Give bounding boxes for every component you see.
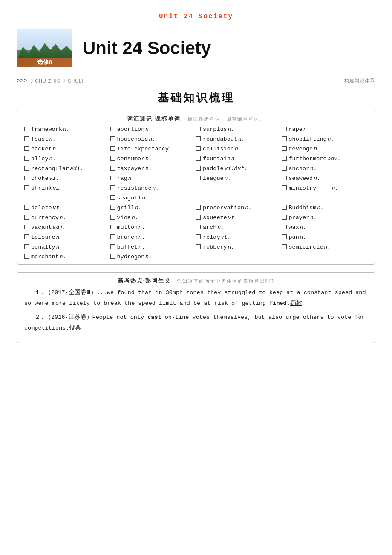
vocab-item: paddle vi.&vt. xyxy=(196,165,282,173)
vocab-check xyxy=(196,166,201,171)
vocab-check xyxy=(196,146,201,151)
vocab-check xyxy=(282,127,287,131)
vocab-check xyxy=(24,254,29,259)
hot-subtitle: 高考热点·熟词生义 你知道下面句子中黑体词的汉语意思吗? xyxy=(24,277,368,285)
thumbnail-image: 选修8 xyxy=(17,29,72,67)
vocab-check xyxy=(24,234,29,239)
hot-box: 高考热点·熟词生义 你知道下面句子中黑体词的汉语意思吗? 1．（2017·全国卷… xyxy=(17,272,375,343)
vocab-item: fountain n. xyxy=(196,155,282,163)
vocab-check xyxy=(282,166,287,171)
vocab-check xyxy=(196,244,201,249)
vocab-word: currency xyxy=(31,214,59,221)
vocab-word: consumer xyxy=(117,156,145,162)
vocab-word: mutton xyxy=(117,224,138,231)
vocab-check xyxy=(282,176,287,180)
vocab-item: ministry n. xyxy=(282,184,368,192)
vocab-check xyxy=(196,215,201,220)
vocab-item: revenge n. xyxy=(282,145,368,153)
vocab-word: squeeze xyxy=(203,214,227,221)
hot-item-source: （2017·全国卷Ⅲ） xyxy=(45,289,97,296)
vocab-check xyxy=(110,244,115,249)
vocab-word: revenge xyxy=(289,146,313,152)
vocab-grid: framework n. abortion n. surplus n. rape… xyxy=(24,125,368,261)
vocab-item: semicircle n. xyxy=(282,243,368,251)
vocab-word: taxpayer xyxy=(117,165,145,172)
vocab-item: grill n. xyxy=(110,204,196,212)
vocab-word: life expectancy xyxy=(117,146,169,152)
vocab-item: roundabout n. xyxy=(196,135,282,143)
vocab-word: shrink xyxy=(31,185,52,191)
vocab-word: resistance xyxy=(117,185,152,191)
vocab-item: household n. xyxy=(110,135,196,143)
vocab-item: shoplifting n. xyxy=(282,135,368,143)
vocab-word: roundabout xyxy=(203,136,237,142)
thumbnail-badge: 选修8 xyxy=(17,58,72,67)
vocab-item: resistance n. xyxy=(110,184,196,192)
vocab-item xyxy=(282,194,368,202)
vocab-subtitle-note: 标记熟悉单词，回查陌生单词。 xyxy=(187,116,265,121)
vocab-word: vacant xyxy=(31,224,52,231)
vocab-item: delete vt. xyxy=(24,204,110,212)
vocab-word: delete xyxy=(31,205,52,211)
vocab-check xyxy=(24,166,29,171)
vocab-word: anchor xyxy=(289,165,310,172)
hot-item-1: 1．（2017·全国卷Ⅲ）...we found that in 30mph z… xyxy=(24,288,368,309)
vocab-word: rag xyxy=(117,175,127,182)
vocab-check xyxy=(282,234,287,239)
vocab-word: robbery xyxy=(203,244,227,250)
section-arrows: >>> xyxy=(17,78,27,84)
vocab-item: consumer n. xyxy=(110,155,196,163)
vocab-check xyxy=(282,146,287,151)
vocab-item: arch n. xyxy=(196,223,282,231)
vocab-check xyxy=(282,225,287,229)
vocab-item: framework n. xyxy=(24,125,110,133)
vocab-item: vice n. xyxy=(110,214,196,222)
vocab-check xyxy=(24,156,29,161)
vocab-check xyxy=(110,156,115,161)
unit-title: Unit 24 Society xyxy=(83,38,211,58)
vocab-word: framework xyxy=(31,126,62,133)
page-title: Unit 24 Society xyxy=(17,13,375,20)
vocab-word: furthermore xyxy=(289,156,327,162)
hot-subtitle-note: 你知道下面句子中黑体词的汉语意思吗? xyxy=(177,278,274,283)
vocab-item: seagull n. xyxy=(110,194,196,202)
vocab-item: league n. xyxy=(196,174,282,182)
vocab-item: alley n. xyxy=(24,155,110,163)
vocab-word: seagull xyxy=(117,195,141,201)
vocab-item xyxy=(196,253,282,261)
vocab-item: seaweed n. xyxy=(282,174,368,182)
vocab-item: preservation n. xyxy=(196,204,282,212)
vocab-item: relay vt. xyxy=(196,233,282,241)
vocab-word: relay xyxy=(203,234,220,240)
hot-chinese-1: 罚款 xyxy=(290,299,302,306)
vocab-item: currency n. xyxy=(24,214,110,222)
vocab-check xyxy=(282,244,287,249)
vocab-check xyxy=(282,156,287,161)
vocab-check xyxy=(282,215,287,220)
vocab-item: brunch n. xyxy=(110,233,196,241)
vocab-item: merchant n. xyxy=(24,253,110,261)
vocab-check xyxy=(196,225,201,229)
vocab-item: choke vi. xyxy=(24,174,110,182)
vocab-check xyxy=(24,225,29,229)
vocab-check xyxy=(110,215,115,220)
vocab-check xyxy=(24,185,29,190)
vocab-word: choke xyxy=(31,175,49,182)
vocab-word: seaweed xyxy=(289,175,313,182)
vocab-item xyxy=(24,194,110,202)
vocab-word: collision xyxy=(203,146,234,152)
vocab-check xyxy=(110,176,115,180)
vocab-word: league xyxy=(203,175,224,182)
vocab-item: prayer n. xyxy=(282,214,368,222)
vocab-word: leisure xyxy=(31,234,55,240)
vocab-item: pan n. xyxy=(282,233,368,241)
vocab-item: squeeze vt. xyxy=(196,214,282,222)
vocab-item: vacant adj. xyxy=(24,223,110,231)
vocab-word: paddle xyxy=(203,165,224,172)
vocab-word: merchant xyxy=(31,254,59,260)
vocab-item: life expectancy xyxy=(110,145,196,153)
vocab-item: hydrogen n. xyxy=(110,253,196,261)
vocab-word: ministry xyxy=(289,185,317,191)
vocab-word: penalty xyxy=(31,244,55,250)
section-label-left: JICHU ZHISHI SHULI xyxy=(30,78,84,84)
